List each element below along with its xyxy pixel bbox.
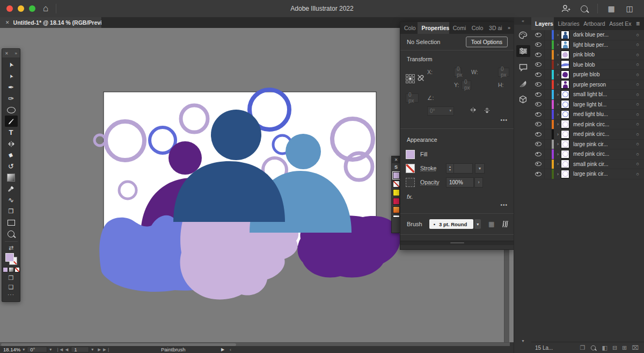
target-circle-icon[interactable]: ○ [636,102,639,107]
target-circle-icon[interactable]: ○ [636,82,639,87]
properties-panel-icon[interactable] [516,45,530,57]
layer-thumbnail[interactable] [561,60,569,69]
layer-thumbnail[interactable] [561,140,569,148]
eyedropper-tool[interactable] [5,183,18,194]
angle-dropdown[interactable]: 0° ▾ [427,106,454,116]
visibility-eye-icon[interactable] [535,42,541,47]
appearance-more-icon[interactable]: ••• [400,201,514,211]
expand-layer-icon[interactable]: › [557,141,559,147]
opacity-field[interactable]: 100% [446,177,474,188]
close-tab-icon[interactable]: ✕ [5,20,10,25]
expand-layer-icon[interactable]: › [557,102,559,107]
expand-layer-icon[interactable]: › [557,171,559,177]
panel-layout-icon[interactable]: ◫ [625,4,634,13]
rotation-dropdown-icon[interactable]: ▾ [49,347,52,352]
expand-layer-icon[interactable]: › [557,72,559,77]
layer-name[interactable]: med pink circ... [573,151,636,157]
layer-thumbnail[interactable] [561,170,569,178]
tab-asset-export[interactable]: Asset Ex [605,17,632,30]
more-tools-icon[interactable]: ··· [8,292,14,299]
layer-name[interactable]: purple person [573,82,636,88]
layer-thumbnail[interactable] [561,160,569,168]
target-circle-icon[interactable]: ○ [636,52,639,57]
width-tool[interactable] [5,138,18,149]
delete-layer-icon[interactable]: ⌧ [632,344,639,351]
screen-mode-icon[interactable]: ❏ [5,283,18,292]
stroke-weight-field[interactable] [454,163,473,174]
lock-column[interactable] [544,90,552,99]
link-dimensions-icon[interactable] [416,74,425,83]
opacity-expand-icon[interactable]: › [474,177,483,188]
stroke-weight-stepper[interactable]: ▴▾ [446,163,454,174]
lock-column[interactable] [544,40,552,50]
last-artboard-icon[interactable]: ▶ ▶❘ [98,347,111,352]
brush-options-icon[interactable]: ▦ [488,220,494,228]
gradient-panel-icon[interactable] [516,77,530,89]
tab-color-guide[interactable]: Colo [468,22,485,34]
make-mask-icon[interactable]: ◧ [602,344,607,351]
shape-builder-tool[interactable]: ❒ [5,206,18,217]
target-circle-icon[interactable]: ○ [636,171,639,177]
layer-name[interactable]: pink blob [573,52,636,57]
visibility-eye-icon[interactable] [535,142,541,146]
layer-thumbnail[interactable] [561,100,569,109]
shaper-tool[interactable]: ∿ [5,194,18,206]
layer-name[interactable]: dark blue per... [573,32,636,38]
layer-name[interactable]: small light bl... [573,91,636,97]
layer-thumbnail[interactable] [561,40,569,49]
new-sublayer-icon[interactable]: ⊟ [612,344,617,351]
panel-menu-icon[interactable]: ≡ [632,17,644,30]
toolbar-close-icon[interactable]: ✕ [5,51,9,56]
paintbrush-tool[interactable] [5,116,18,127]
collapse-dock-icon[interactable]: « [514,17,532,25]
home-icon[interactable]: ⌂ [43,3,48,14]
layer-row[interactable]: ›med pink circ...○ [531,129,644,140]
visibility-eye-icon[interactable] [535,82,541,87]
lock-column[interactable] [544,140,552,149]
layer-name[interactable]: small pink cir... [573,161,636,167]
first-artboard-icon[interactable]: ❘◀ ◀ [56,347,69,352]
expand-layer-icon[interactable]: › [557,161,559,167]
x-field[interactable]: 0 px [454,68,462,77]
layer-row[interactable]: ›med light blu...○ [531,110,644,120]
fill-color-swatch[interactable] [406,150,415,159]
tab-artboards[interactable]: Artboard [580,17,605,30]
swatches-close-icon[interactable]: ✕ [392,156,400,163]
lock-column[interactable] [544,60,552,70]
expand-layer-icon[interactable]: › [557,132,559,137]
w-field[interactable]: 0 px [498,68,509,77]
color-mode-buttons[interactable] [3,267,20,272]
toolbar-expand-icon[interactable]: » [15,51,17,56]
layer-row[interactable]: ›med pink circ...○ [531,120,644,130]
expand-layer-icon[interactable]: › [557,82,559,87]
visibility-eye-icon[interactable] [535,162,541,166]
layer-row[interactable]: ›large light bl...○ [531,100,644,110]
flip-horizontal-icon[interactable] [470,107,477,115]
brush-libraries-icon[interactable] [503,221,508,227]
target-circle-icon[interactable]: ○ [636,92,639,97]
gradient-tool[interactable] [5,172,18,183]
expand-layer-icon[interactable]: › [557,42,559,47]
layer-thumbnail[interactable] [561,150,569,159]
lock-column[interactable] [544,30,552,40]
3d-panel-icon[interactable] [516,93,530,105]
tab-overflow-icon[interactable]: » [504,22,514,34]
swatch-crimson[interactable] [393,198,400,205]
comments-panel-icon[interactable] [516,61,530,73]
search-icon[interactable] [579,4,589,13]
visibility-eye-icon[interactable] [535,112,541,117]
layer-row[interactable]: ›med pink circ...○ [531,149,644,160]
fx-button[interactable]: fx. [400,189,514,201]
expand-layer-icon[interactable]: › [557,112,559,117]
expand-layer-icon[interactable]: › [557,121,559,127]
reference-point-icon[interactable] [406,74,415,83]
lock-column[interactable] [544,70,552,80]
layer-name[interactable]: large pink cir... [573,171,636,177]
layer-name[interactable]: med light blu... [573,111,636,117]
ellipse-tool[interactable] [5,104,18,116]
tab-properties[interactable]: Properties [418,22,449,34]
lock-column[interactable] [544,129,552,139]
visibility-eye-icon[interactable] [535,132,541,136]
layer-row[interactable]: ›large pink cir...○ [531,140,644,150]
layer-row[interactable]: ›pink blob○ [531,50,644,60]
